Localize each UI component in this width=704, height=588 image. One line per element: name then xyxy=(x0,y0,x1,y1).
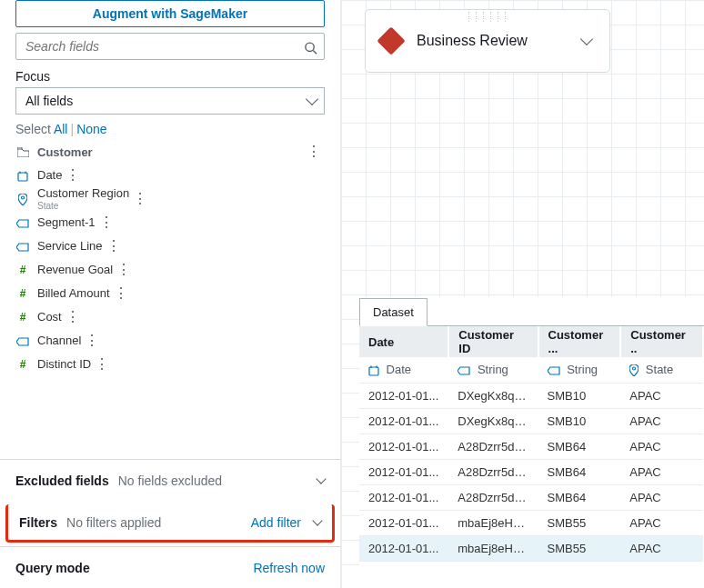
svg-point-5 xyxy=(22,196,25,199)
field-menu-icon[interactable]: ⋮ xyxy=(113,263,135,277)
add-filter-link[interactable]: Add filter xyxy=(251,515,301,530)
table-cell: APAC xyxy=(620,510,703,535)
field-name: Billed Amount xyxy=(37,287,110,300)
folder-row[interactable]: Customer ⋮ xyxy=(0,140,340,164)
field-name: Service Line xyxy=(37,240,103,253)
table-cell: APAC xyxy=(620,459,703,484)
table-row[interactable]: 2012-01-01...A28Dzrr5dn...SMB64APAC xyxy=(359,459,703,484)
field-row[interactable]: Segment-1⋮ xyxy=(0,211,340,234)
field-menu-icon[interactable]: ⋮ xyxy=(81,334,103,348)
query-mode-section[interactable]: Query mode Refresh now xyxy=(0,546,340,588)
column-type: String xyxy=(538,357,621,383)
field-row[interactable]: #Cost⋮ xyxy=(0,305,340,329)
chevron-down-icon[interactable] xyxy=(580,33,593,45)
field-row[interactable]: #Billed Amount⋮ xyxy=(0,282,340,305)
field-name: Channel xyxy=(37,334,81,347)
field-row[interactable]: Customer RegionState⋮ xyxy=(0,187,340,211)
refresh-now-link[interactable]: Refresh now xyxy=(253,561,325,575)
divider: | xyxy=(70,122,74,136)
filters-section[interactable]: Filters No filters applied Add filter xyxy=(5,504,335,543)
sidebar: Augment with SageMaker Focus All fields … xyxy=(0,0,341,588)
table-cell: SMB10 xyxy=(538,383,621,408)
field-menu-icon[interactable]: ⋮ xyxy=(303,145,325,159)
table-cell: APAC xyxy=(620,383,703,408)
table-row[interactable]: 2012-01-01...DXegKx8qH...SMB10APAC xyxy=(359,383,703,408)
search-input[interactable] xyxy=(15,33,325,60)
table-row[interactable]: 2012-01-01...mbaEj8eHB...SMB55APAC xyxy=(359,535,703,561)
table-row[interactable]: 2012-01-01...A28Dzrr5dn...SMB64APAC xyxy=(359,484,703,510)
focus-value: All fields xyxy=(25,94,73,108)
table-cell: APAC xyxy=(620,408,703,434)
filters-title: Filters xyxy=(19,515,57,530)
field-type-icon xyxy=(15,216,30,229)
chevron-down-icon xyxy=(306,93,318,105)
augment-sagemaker-button[interactable]: Augment with SageMaker xyxy=(15,0,325,27)
column-type: State xyxy=(620,357,703,383)
folder-name: Customer xyxy=(37,145,303,159)
drag-handle-icon[interactable]: ⋮⋮⋮⋮⋮⋮⋮⋮⋮⋮⋮⋮ xyxy=(466,13,509,22)
table-row[interactable]: 2012-01-01...A28Dzrr5dn...SMB64APAC xyxy=(359,434,703,459)
field-name: Cost xyxy=(37,311,62,324)
column-header[interactable]: Date xyxy=(359,326,448,357)
column-header[interactable]: Customer .. xyxy=(620,326,703,357)
search-icon xyxy=(304,38,317,55)
table-cell: A28Dzrr5dn... xyxy=(448,434,538,459)
select-none-link[interactable]: None xyxy=(76,122,106,136)
folder-icon xyxy=(15,145,30,158)
field-type-icon: # xyxy=(15,311,30,324)
field-menu-icon[interactable]: ⋮ xyxy=(103,239,125,254)
focus-select[interactable]: All fields xyxy=(15,87,325,115)
table-row[interactable]: 2012-01-01...DXegKx8qH...SMB10APAC xyxy=(359,408,703,434)
table-cell: SMB10 xyxy=(538,408,621,434)
dataset-table: DateCustomer IDCustomer ...Customer .. D… xyxy=(359,326,704,562)
filters-msg: No filters applied xyxy=(66,515,161,530)
svg-line-1 xyxy=(313,50,317,54)
tab-dataset[interactable]: Dataset xyxy=(359,298,427,326)
column-header[interactable]: Customer ... xyxy=(538,326,621,357)
table-cell: 2012-01-01... xyxy=(359,535,448,561)
table-cell: APAC xyxy=(620,484,703,510)
table-cell: 2012-01-01... xyxy=(359,510,448,535)
table-row[interactable]: 2012-01-01...mbaEj8eHB...SMB55APAC xyxy=(359,510,703,535)
field-type-icon: # xyxy=(15,358,30,371)
field-row[interactable]: #Distinct ID⋮ xyxy=(0,353,340,376)
column-header[interactable]: Customer ID xyxy=(448,326,538,357)
field-menu-icon[interactable]: ⋮ xyxy=(110,286,132,301)
excluded-fields-section[interactable]: Excluded fields No fields excluded xyxy=(0,459,340,501)
table-cell: 2012-01-01... xyxy=(359,434,448,459)
dataset-card[interactable]: ⋮⋮⋮⋮⋮⋮⋮⋮⋮⋮⋮⋮ Business Review xyxy=(365,9,610,73)
field-type-icon xyxy=(15,334,30,347)
field-menu-icon[interactable]: ⋮ xyxy=(91,357,113,372)
table-cell: mbaEj8eHB... xyxy=(448,510,538,535)
field-row[interactable]: Service Line⋮ xyxy=(0,234,340,258)
select-all-link[interactable]: All xyxy=(54,122,68,136)
field-name: Segment-1 xyxy=(37,216,96,229)
field-type-icon xyxy=(15,169,30,182)
field-row[interactable]: #Revenue Goal⋮ xyxy=(0,258,340,282)
column-type: Date xyxy=(359,357,448,383)
field-menu-icon[interactable]: ⋮ xyxy=(62,310,84,324)
field-menu-icon[interactable]: ⋮ xyxy=(96,215,117,230)
table-cell: SMB55 xyxy=(538,535,621,561)
card-title: Business Review xyxy=(417,33,582,49)
select-label: Select xyxy=(15,122,51,136)
field-type-icon xyxy=(15,240,30,253)
table-cell: 2012-01-01... xyxy=(359,383,448,408)
chevron-down-icon xyxy=(316,473,326,483)
table-cell: APAC xyxy=(620,535,703,561)
table-cell: SMB55 xyxy=(538,510,621,535)
field-menu-icon[interactable]: ⋮ xyxy=(62,168,84,183)
svg-point-0 xyxy=(306,43,314,51)
table-cell: mbaEj8eHB... xyxy=(448,535,538,561)
svg-rect-2 xyxy=(18,173,27,181)
table-cell: 2012-01-01... xyxy=(359,408,448,434)
chevron-down-icon xyxy=(312,515,322,525)
field-name: Distinct ID xyxy=(37,358,91,371)
field-type-icon: # xyxy=(15,264,30,276)
field-row[interactable]: Channel⋮ xyxy=(0,329,340,353)
field-menu-icon[interactable]: ⋮ xyxy=(129,192,151,206)
query-mode-title: Query mode xyxy=(15,561,90,575)
table-cell: SMB64 xyxy=(538,484,621,510)
excluded-title: Excluded fields xyxy=(15,473,109,488)
field-row[interactable]: Date⋮ xyxy=(0,164,340,187)
